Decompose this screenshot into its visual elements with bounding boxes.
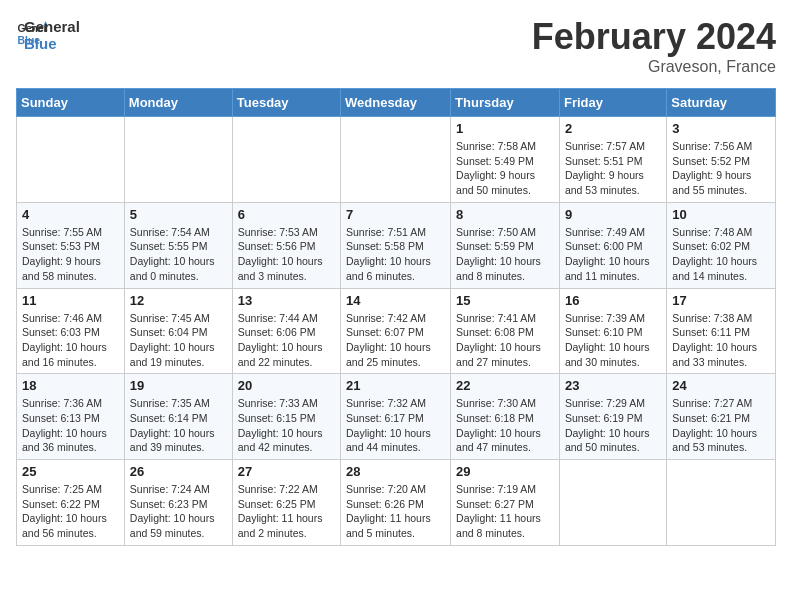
weekday-header-wednesday: Wednesday xyxy=(341,89,451,117)
weekday-header-tuesday: Tuesday xyxy=(232,89,340,117)
calendar-cell: 16Sunrise: 7:39 AMSunset: 6:10 PMDayligh… xyxy=(559,288,666,374)
header: General Blue General Blue February 2024 … xyxy=(16,16,776,76)
day-info: Sunrise: 7:53 AMSunset: 5:56 PMDaylight:… xyxy=(238,225,335,284)
weekday-header-thursday: Thursday xyxy=(451,89,560,117)
day-info: Sunrise: 7:29 AMSunset: 6:19 PMDaylight:… xyxy=(565,396,661,455)
calendar-cell: 14Sunrise: 7:42 AMSunset: 6:07 PMDayligh… xyxy=(341,288,451,374)
day-info: Sunrise: 7:25 AMSunset: 6:22 PMDaylight:… xyxy=(22,482,119,541)
day-info: Sunrise: 7:48 AMSunset: 6:02 PMDaylight:… xyxy=(672,225,770,284)
day-number: 14 xyxy=(346,293,445,308)
weekday-header-friday: Friday xyxy=(559,89,666,117)
day-number: 25 xyxy=(22,464,119,479)
logo: General Blue General Blue xyxy=(16,16,80,52)
weekday-header-sunday: Sunday xyxy=(17,89,125,117)
day-number: 15 xyxy=(456,293,554,308)
day-info: Sunrise: 7:57 AMSunset: 5:51 PMDaylight:… xyxy=(565,139,661,198)
calendar-cell: 19Sunrise: 7:35 AMSunset: 6:14 PMDayligh… xyxy=(124,374,232,460)
day-info: Sunrise: 7:58 AMSunset: 5:49 PMDaylight:… xyxy=(456,139,554,198)
day-number: 22 xyxy=(456,378,554,393)
day-number: 3 xyxy=(672,121,770,136)
calendar-cell: 25Sunrise: 7:25 AMSunset: 6:22 PMDayligh… xyxy=(17,460,125,546)
day-info: Sunrise: 7:33 AMSunset: 6:15 PMDaylight:… xyxy=(238,396,335,455)
day-number: 1 xyxy=(456,121,554,136)
day-info: Sunrise: 7:38 AMSunset: 6:11 PMDaylight:… xyxy=(672,311,770,370)
calendar-cell: 6Sunrise: 7:53 AMSunset: 5:56 PMDaylight… xyxy=(232,202,340,288)
location-title: Graveson, France xyxy=(532,58,776,76)
day-number: 10 xyxy=(672,207,770,222)
week-row-4: 18Sunrise: 7:36 AMSunset: 6:13 PMDayligh… xyxy=(17,374,776,460)
day-number: 18 xyxy=(22,378,119,393)
month-title: February 2024 xyxy=(532,16,776,58)
calendar-cell: 18Sunrise: 7:36 AMSunset: 6:13 PMDayligh… xyxy=(17,374,125,460)
day-number: 12 xyxy=(130,293,227,308)
day-number: 19 xyxy=(130,378,227,393)
day-info: Sunrise: 7:54 AMSunset: 5:55 PMDaylight:… xyxy=(130,225,227,284)
day-info: Sunrise: 7:24 AMSunset: 6:23 PMDaylight:… xyxy=(130,482,227,541)
calendar-cell: 7Sunrise: 7:51 AMSunset: 5:58 PMDaylight… xyxy=(341,202,451,288)
calendar-cell: 5Sunrise: 7:54 AMSunset: 5:55 PMDaylight… xyxy=(124,202,232,288)
day-number: 26 xyxy=(130,464,227,479)
day-number: 2 xyxy=(565,121,661,136)
day-number: 23 xyxy=(565,378,661,393)
calendar-cell xyxy=(17,117,125,203)
calendar-cell: 27Sunrise: 7:22 AMSunset: 6:25 PMDayligh… xyxy=(232,460,340,546)
calendar-cell: 24Sunrise: 7:27 AMSunset: 6:21 PMDayligh… xyxy=(667,374,776,460)
day-number: 16 xyxy=(565,293,661,308)
day-info: Sunrise: 7:46 AMSunset: 6:03 PMDaylight:… xyxy=(22,311,119,370)
day-number: 11 xyxy=(22,293,119,308)
day-info: Sunrise: 7:27 AMSunset: 6:21 PMDaylight:… xyxy=(672,396,770,455)
day-info: Sunrise: 7:55 AMSunset: 5:53 PMDaylight:… xyxy=(22,225,119,284)
day-info: Sunrise: 7:32 AMSunset: 6:17 PMDaylight:… xyxy=(346,396,445,455)
calendar-cell: 28Sunrise: 7:20 AMSunset: 6:26 PMDayligh… xyxy=(341,460,451,546)
calendar-cell xyxy=(559,460,666,546)
day-number: 20 xyxy=(238,378,335,393)
calendar-cell: 9Sunrise: 7:49 AMSunset: 6:00 PMDaylight… xyxy=(559,202,666,288)
calendar-cell: 10Sunrise: 7:48 AMSunset: 6:02 PMDayligh… xyxy=(667,202,776,288)
day-info: Sunrise: 7:50 AMSunset: 5:59 PMDaylight:… xyxy=(456,225,554,284)
logo-text-general: General xyxy=(24,18,80,35)
calendar-table: SundayMondayTuesdayWednesdayThursdayFrid… xyxy=(16,88,776,546)
calendar-cell: 20Sunrise: 7:33 AMSunset: 6:15 PMDayligh… xyxy=(232,374,340,460)
calendar-cell: 21Sunrise: 7:32 AMSunset: 6:17 PMDayligh… xyxy=(341,374,451,460)
week-row-5: 25Sunrise: 7:25 AMSunset: 6:22 PMDayligh… xyxy=(17,460,776,546)
day-info: Sunrise: 7:42 AMSunset: 6:07 PMDaylight:… xyxy=(346,311,445,370)
calendar-cell: 22Sunrise: 7:30 AMSunset: 6:18 PMDayligh… xyxy=(451,374,560,460)
day-info: Sunrise: 7:49 AMSunset: 6:00 PMDaylight:… xyxy=(565,225,661,284)
day-number: 9 xyxy=(565,207,661,222)
calendar-cell xyxy=(341,117,451,203)
day-number: 13 xyxy=(238,293,335,308)
calendar-cell: 11Sunrise: 7:46 AMSunset: 6:03 PMDayligh… xyxy=(17,288,125,374)
calendar-cell: 3Sunrise: 7:56 AMSunset: 5:52 PMDaylight… xyxy=(667,117,776,203)
day-number: 6 xyxy=(238,207,335,222)
weekday-header-row: SundayMondayTuesdayWednesdayThursdayFrid… xyxy=(17,89,776,117)
calendar-cell: 17Sunrise: 7:38 AMSunset: 6:11 PMDayligh… xyxy=(667,288,776,374)
day-number: 8 xyxy=(456,207,554,222)
weekday-header-monday: Monday xyxy=(124,89,232,117)
day-number: 29 xyxy=(456,464,554,479)
weekday-header-saturday: Saturday xyxy=(667,89,776,117)
calendar-cell xyxy=(124,117,232,203)
calendar-cell: 13Sunrise: 7:44 AMSunset: 6:06 PMDayligh… xyxy=(232,288,340,374)
calendar-cell xyxy=(232,117,340,203)
week-row-1: 1Sunrise: 7:58 AMSunset: 5:49 PMDaylight… xyxy=(17,117,776,203)
title-section: February 2024 Graveson, France xyxy=(532,16,776,76)
week-row-2: 4Sunrise: 7:55 AMSunset: 5:53 PMDaylight… xyxy=(17,202,776,288)
day-info: Sunrise: 7:44 AMSunset: 6:06 PMDaylight:… xyxy=(238,311,335,370)
day-info: Sunrise: 7:20 AMSunset: 6:26 PMDaylight:… xyxy=(346,482,445,541)
day-info: Sunrise: 7:51 AMSunset: 5:58 PMDaylight:… xyxy=(346,225,445,284)
day-number: 4 xyxy=(22,207,119,222)
calendar-cell: 1Sunrise: 7:58 AMSunset: 5:49 PMDaylight… xyxy=(451,117,560,203)
day-info: Sunrise: 7:19 AMSunset: 6:27 PMDaylight:… xyxy=(456,482,554,541)
day-number: 5 xyxy=(130,207,227,222)
day-number: 24 xyxy=(672,378,770,393)
day-info: Sunrise: 7:39 AMSunset: 6:10 PMDaylight:… xyxy=(565,311,661,370)
day-info: Sunrise: 7:22 AMSunset: 6:25 PMDaylight:… xyxy=(238,482,335,541)
day-info: Sunrise: 7:45 AMSunset: 6:04 PMDaylight:… xyxy=(130,311,227,370)
day-number: 28 xyxy=(346,464,445,479)
day-number: 17 xyxy=(672,293,770,308)
day-info: Sunrise: 7:36 AMSunset: 6:13 PMDaylight:… xyxy=(22,396,119,455)
calendar-cell: 29Sunrise: 7:19 AMSunset: 6:27 PMDayligh… xyxy=(451,460,560,546)
calendar-cell: 8Sunrise: 7:50 AMSunset: 5:59 PMDaylight… xyxy=(451,202,560,288)
day-number: 7 xyxy=(346,207,445,222)
day-info: Sunrise: 7:41 AMSunset: 6:08 PMDaylight:… xyxy=(456,311,554,370)
